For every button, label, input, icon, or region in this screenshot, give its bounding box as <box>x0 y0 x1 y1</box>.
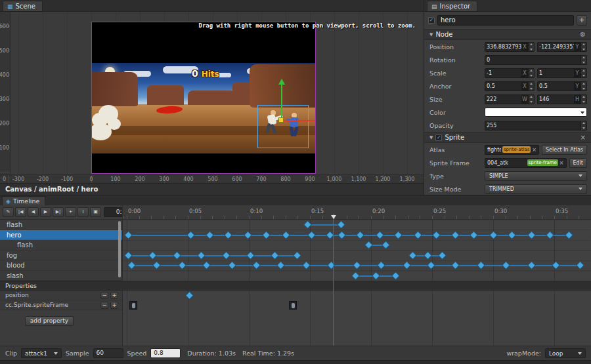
track-name-hero[interactable]: hero <box>0 230 122 241</box>
gizmo-y-axis[interactable] <box>281 81 282 121</box>
tab-timeline[interactable]: ◈ Timeline <box>2 196 45 205</box>
position-y-input[interactable]: -121.24933571 Y <box>537 42 587 52</box>
keyframe-diamond[interactable] <box>471 232 477 238</box>
atlas-asset-field[interactable]: fighter_atlas sprite-atlas × <box>485 145 539 155</box>
add-key-button[interactable]: + <box>110 292 118 299</box>
speed-input[interactable]: 0.8 <box>150 348 181 358</box>
keyframe-diamond[interactable] <box>154 262 160 269</box>
gizmo-origin-handle[interactable] <box>278 117 284 123</box>
scene-canvas[interactable]: 0 Hits <box>91 22 316 174</box>
keyframe-diamond[interactable] <box>553 262 559 269</box>
keyframe-diamond[interactable] <box>294 252 301 258</box>
anchor-x-input[interactable]: 0.5 X <box>485 81 535 91</box>
node-name-input[interactable]: hero <box>437 15 574 26</box>
keyframe-diamond[interactable] <box>425 252 431 258</box>
keyframe-diamond[interactable] <box>509 232 515 238</box>
spinner[interactable] <box>528 43 534 51</box>
opacity-input[interactable]: 255 <box>485 121 587 131</box>
keyframe-diamond[interactable] <box>529 262 535 269</box>
keyframe-diamond[interactable] <box>366 242 372 249</box>
keyframe-diamond[interactable] <box>452 232 459 238</box>
keyframe-diamond[interactable] <box>428 262 435 269</box>
node-section-header[interactable]: ▼ Node ⚙ <box>424 29 591 40</box>
keyframe-diamond[interactable] <box>577 262 584 269</box>
spinner[interactable] <box>580 69 586 77</box>
scale-x-input[interactable]: -1 X <box>485 68 535 78</box>
node-active-checkbox[interactable]: ✓ <box>428 17 435 24</box>
gizmo-x-axis[interactable] <box>282 120 315 121</box>
keyframe-diamond[interactable] <box>186 293 193 299</box>
scale-y-input[interactable]: 1 Y <box>537 68 587 78</box>
keyframe-diamond[interactable] <box>503 262 510 269</box>
keyframe-diamond[interactable] <box>283 232 290 238</box>
edit-button[interactable]: Edit <box>569 158 588 168</box>
track-name-slash[interactable]: slash <box>0 271 122 281</box>
keyframe-diamond[interactable] <box>204 262 210 269</box>
gizmo-y-arrowhead[interactable] <box>278 75 285 85</box>
spinner[interactable] <box>580 56 586 64</box>
playhead-marker[interactable] <box>331 215 336 222</box>
toolbar-play-button[interactable]: ▶ <box>40 207 51 217</box>
keyframe-diamond[interactable] <box>129 262 135 269</box>
track-name-flash[interactable]: flash <box>0 240 122 251</box>
color-swatch[interactable] <box>485 108 587 117</box>
keyframe-diamond[interactable] <box>478 262 485 269</box>
keyframe-diamond[interactable] <box>491 232 497 238</box>
gear-icon[interactable]: ⚙ <box>580 31 586 38</box>
sprite-enabled-checkbox[interactable]: ✓ <box>435 134 442 141</box>
position-x-input[interactable]: 336.883279313 X <box>485 42 535 52</box>
toolbar-edit-button[interactable]: ✎ <box>3 207 14 217</box>
keyframe-diamond[interactable] <box>179 262 186 269</box>
keyframe-diamond[interactable] <box>547 232 554 238</box>
keyframe-diamond[interactable] <box>198 252 205 258</box>
keyframe-diamond[interactable] <box>529 232 535 238</box>
spinner[interactable] <box>580 121 586 130</box>
toolbar-next-frame-button[interactable]: ▶| <box>53 207 64 217</box>
spinner[interactable] <box>528 95 534 104</box>
add-component-button[interactable]: + <box>577 15 587 26</box>
toolbar-prev-frame-button[interactable]: ◀ <box>28 207 39 217</box>
sample-input[interactable]: 60 <box>93 348 123 358</box>
keyframe-diamond[interactable] <box>415 232 422 238</box>
track-name-fog[interactable]: fog <box>0 251 122 261</box>
keyframe-diamond[interactable] <box>229 262 236 269</box>
spinner[interactable] <box>580 82 586 91</box>
size-w-input[interactable]: 222 W <box>485 94 535 104</box>
spinner[interactable] <box>580 43 586 51</box>
keyframe-diamond[interactable] <box>338 222 345 228</box>
keyframe-diamond[interactable] <box>393 272 399 279</box>
toolbar-insert-event-button[interactable]: I <box>77 207 89 217</box>
keyframe-diamond[interactable] <box>125 232 132 238</box>
clear-atlas-icon[interactable]: × <box>532 147 536 153</box>
timeline-lanes[interactable] <box>122 220 591 281</box>
keyframe-diamond[interactable] <box>174 252 181 258</box>
keyframe-diamond[interactable] <box>150 252 156 258</box>
anchor-y-input[interactable]: 0.5 Y <box>537 81 587 91</box>
keyframe-diamond[interactable] <box>248 252 254 258</box>
keyframe-diamond[interactable] <box>566 232 573 238</box>
keyframe-diamond[interactable] <box>245 232 252 238</box>
keyframe-diamond[interactable] <box>439 252 446 258</box>
close-icon[interactable]: × <box>580 134 586 141</box>
breadcrumb[interactable]: Canvas / animRoot / hero <box>0 183 424 195</box>
keyframe-diamond[interactable] <box>354 262 361 269</box>
keyframe-diamond[interactable] <box>373 272 380 279</box>
keyframe-diamond[interactable] <box>377 232 383 238</box>
clear-sprite-frame-icon[interactable]: × <box>559 160 564 166</box>
add-property-button[interactable]: add property <box>25 316 74 326</box>
keyframe-diamond[interactable] <box>309 232 315 238</box>
keyframe-diamond[interactable] <box>378 262 385 269</box>
rotation-input[interactable]: 0 <box>485 55 587 65</box>
keyframe-diamond[interactable] <box>353 272 359 279</box>
sprite-section-header[interactable]: ▼ ✓ Sprite × <box>424 132 591 143</box>
keyframe-diamond[interactable] <box>272 252 278 258</box>
keyframe-diamond[interactable] <box>357 232 364 238</box>
type-dropdown[interactable]: SIMPLE <box>485 171 587 181</box>
toolbar-add-keyframe-button[interactable]: + <box>65 207 76 217</box>
keyframe-diamond[interactable] <box>452 262 459 269</box>
spinner[interactable] <box>528 69 534 77</box>
keyframe-diamond[interactable] <box>339 232 345 238</box>
toolbar-snapshot-button[interactable]: ▣ <box>90 207 101 217</box>
sprite-frame-asset-field[interactable]: 004_atk sprite-frame × <box>485 158 567 168</box>
toolbar-go-to-start-button[interactable]: |◀ <box>15 207 26 217</box>
